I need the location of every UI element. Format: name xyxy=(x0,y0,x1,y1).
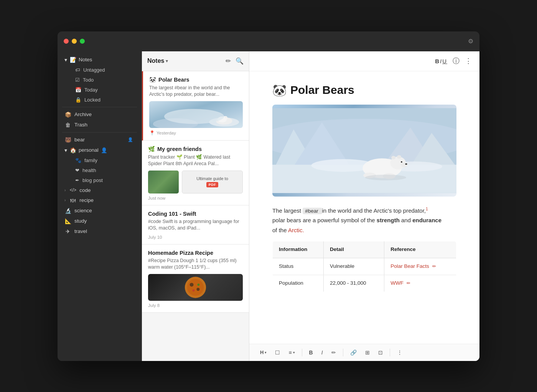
today-icon: 📅 xyxy=(75,87,81,93)
edit-icon-1[interactable]: ✏ xyxy=(432,264,436,269)
personal-chevron: ▾ xyxy=(64,147,67,153)
editor-toolbar: BIU ⓘ ⋮ xyxy=(249,51,479,71)
info-button[interactable]: ⓘ xyxy=(453,56,460,66)
image-icon: ⊡ xyxy=(378,349,383,356)
locked-icon: 🔒 xyxy=(75,97,81,103)
polar-bears-emoji: 🐼 xyxy=(149,77,156,83)
bold-format: B xyxy=(435,58,440,64)
heading-tool[interactable]: H ▾ xyxy=(257,347,270,358)
cell-status-value: Vulnerable xyxy=(324,258,384,275)
bold-strength: strength xyxy=(377,217,400,223)
more-button[interactable]: ⋮ xyxy=(465,57,472,65)
editor-content[interactable]: 🐼 Polar Bears xyxy=(249,71,479,344)
editor-body[interactable]: The largest #bear in the world and the A… xyxy=(272,206,456,292)
sidebar-item-blog-post[interactable]: ✒ blog post xyxy=(60,175,139,185)
sidebar-notes-label: Notes xyxy=(79,57,92,62)
sidebar-item-science[interactable]: 🔬 science xyxy=(60,206,139,216)
body-after-hashtag: in the world and the Arctic's top predat… xyxy=(322,207,426,214)
polar-bear-facts-link[interactable]: Polar Bear Facts xyxy=(390,263,429,269)
blog-icon: ✒ xyxy=(75,177,79,183)
sidebar-item-notes[interactable]: ▾ 📝 Notes xyxy=(60,55,139,65)
table-row: Status Vulnerable Polar Bear Facts ✏ xyxy=(273,258,456,275)
note-item-pizza[interactable]: Homemade Pizza Recipe #Recipe Pizza Doug… xyxy=(142,244,249,313)
sidebar-blog-label: blog post xyxy=(82,177,103,183)
list-tool[interactable]: ≡ ▾ xyxy=(285,347,298,358)
notes-chevron: ▾ xyxy=(64,57,67,63)
note-title-polar-bears: 🐼 Polar Bears xyxy=(149,77,243,83)
editor-toolbar-right: BIU ⓘ ⋮ xyxy=(435,56,472,66)
arctic-link[interactable]: Arctic. xyxy=(288,227,304,233)
bear-icon: 🐻 xyxy=(64,137,71,143)
note-date-coding: July 10 xyxy=(148,235,243,239)
editor-title-text: Polar Bears xyxy=(290,84,354,97)
bear-badge: 👤 xyxy=(128,137,133,142)
cell-status-label: Status xyxy=(273,258,324,275)
svg-point-12 xyxy=(193,289,195,291)
sidebar-item-locked[interactable]: 🔒 Locked xyxy=(60,95,139,105)
body-between-bold: and xyxy=(400,217,412,223)
sidebar-item-study[interactable]: 📐 study xyxy=(60,216,139,226)
sidebar-item-recipe[interactable]: › 🍽 recipe xyxy=(60,195,139,205)
biu-button[interactable]: BIU xyxy=(435,58,447,64)
link-tool[interactable]: 🔗 xyxy=(347,347,360,358)
col-detail: Detail xyxy=(324,241,384,258)
sidebar-item-todo[interactable]: ☑ Todo xyxy=(60,75,139,85)
note-date-polar-bears: 📍 Yesterday xyxy=(149,130,243,136)
svg-point-11 xyxy=(196,287,199,290)
note-date-pizza: July 8 xyxy=(148,303,243,308)
health-icon: ❤ xyxy=(75,167,79,173)
col-information: Information xyxy=(273,241,324,258)
heading-icon: H xyxy=(260,349,264,355)
image-tool[interactable]: ⊡ xyxy=(375,347,386,358)
note-item-coding[interactable]: Coding 101 - Swift #code Swift is a prog… xyxy=(142,205,249,244)
sidebar-item-trash[interactable]: 🗑 Trash xyxy=(60,120,139,130)
sidebar-bear-label: bear xyxy=(74,137,85,143)
svg-point-29 xyxy=(401,161,402,162)
edit-icon-2[interactable]: ✏ xyxy=(407,280,410,286)
sidebar-item-family[interactable]: 🐾 family xyxy=(60,156,139,165)
svg-point-10 xyxy=(190,283,194,287)
checkbox-tool[interactable]: ☐ xyxy=(272,347,283,358)
body-line3: of the xyxy=(272,227,288,233)
checkbox-icon: ☐ xyxy=(275,349,280,356)
wwf-link[interactable]: WWF xyxy=(390,280,404,286)
sidebar-item-travel[interactable]: ✈ travel xyxy=(60,226,139,236)
sidebar-item-untagged[interactable]: 🏷 Untagged xyxy=(60,65,139,75)
sidebar-item-bear[interactable]: 🐻 bear 👤 xyxy=(60,135,139,145)
sidebar-item-code[interactable]: › </> code xyxy=(60,185,139,195)
notes-list-header: Notes ▾ ✏ 🔍 xyxy=(142,51,249,71)
sidebar-divider-1 xyxy=(62,107,137,107)
notes-list-actions: ✏ 🔍 xyxy=(226,57,244,65)
sidebar-item-archive[interactable]: 📦 Archive xyxy=(60,110,139,120)
sidebar-item-today[interactable]: 📅 Today xyxy=(60,85,139,95)
hashtag-bear[interactable]: #bear xyxy=(303,208,322,214)
table-tool[interactable]: ⊞ xyxy=(362,347,373,358)
link-icon: 🔗 xyxy=(350,349,357,356)
note-preview-green-friends: Plant tracker 🌱 Plant 🌿 Watered last Spi… xyxy=(148,154,243,167)
titlebar-settings[interactable]: ⚙ xyxy=(468,38,473,45)
more-tool[interactable]: ⋮ xyxy=(394,347,405,358)
note-item-polar-bears[interactable]: 🐼 Polar Bears The largest #bear in the w… xyxy=(142,71,249,141)
italic-tool[interactable]: I xyxy=(318,347,326,358)
bold-tool[interactable]: B xyxy=(306,347,316,358)
pizza-thumb-svg xyxy=(148,274,243,301)
sidebar-science-label: science xyxy=(74,208,92,213)
note-title-green-friends: 🌿 My green friends xyxy=(148,146,243,153)
sidebar-item-health[interactable]: ❤ health xyxy=(60,166,139,175)
untagged-icon: 🏷 xyxy=(75,67,80,73)
minimize-button[interactable] xyxy=(72,39,77,44)
pdf-label: Ultimate guide to xyxy=(196,176,228,181)
green-friends-emoji: 🌿 xyxy=(148,146,155,153)
note-item-green-friends[interactable]: 🌿 My green friends Plant tracker 🌱 Plant… xyxy=(142,141,249,205)
highlight-tool[interactable]: ✏ xyxy=(328,347,339,358)
sidebar-item-personal[interactable]: ▾ 🏠 personal 👤 xyxy=(60,145,139,155)
table-body: Status Vulnerable Polar Bear Facts ✏ Pop… xyxy=(273,258,456,292)
maximize-button[interactable] xyxy=(80,39,85,44)
new-note-button[interactable]: ✏ xyxy=(226,57,231,65)
personal-badge: 👤 xyxy=(101,147,107,153)
close-button[interactable] xyxy=(64,39,69,44)
traffic-lights xyxy=(64,39,85,44)
search-button[interactable]: 🔍 xyxy=(236,57,244,65)
body-line2-start: polar bears are a powerful symbol of the xyxy=(272,217,377,223)
notes-list-title[interactable]: Notes ▾ xyxy=(147,57,168,64)
